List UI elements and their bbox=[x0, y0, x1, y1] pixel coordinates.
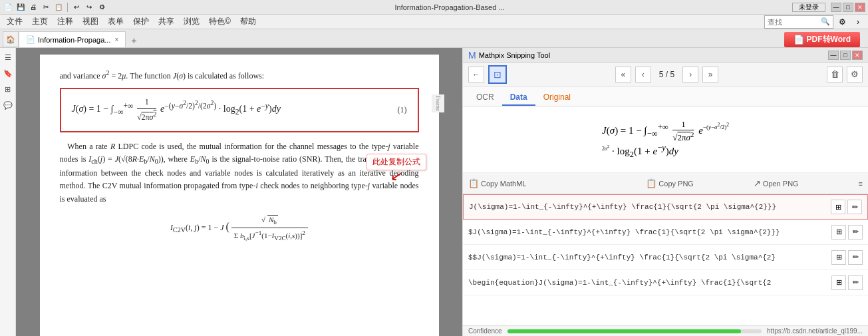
new-tab-button[interactable]: + bbox=[127, 34, 140, 47]
result-actions-bar: 📋 Copy MathML 此处复制公式 ↙ 📋 Copy PNG ↗ Open… bbox=[463, 173, 868, 194]
copy-mathml-button[interactable]: 📋 Copy MathML bbox=[468, 178, 526, 188]
result-text-1: J(\sigma)=1-\int_{-\infty}^{+\infty} \fr… bbox=[469, 203, 831, 211]
document-tab[interactable]: 📄 Information-Propaga... × bbox=[19, 31, 126, 47]
formula-content: J(σ) = 1 − ∫−∞+∞ 1 √2πσ2 e−(y−σ2/2)2/(2σ… bbox=[72, 96, 281, 124]
mathpix-maximize[interactable]: □ bbox=[840, 51, 851, 60]
copy-button-3[interactable]: ⊞ bbox=[831, 250, 846, 265]
sidebar-thumbnail-icon[interactable]: ⊞ bbox=[1, 83, 15, 96]
paste-icon[interactable]: 📋 bbox=[53, 2, 64, 13]
edit-button-3[interactable]: ✏ bbox=[848, 250, 863, 265]
tab-original[interactable]: Original bbox=[535, 90, 579, 106]
result-item-buttons: ⊞ ✏ bbox=[831, 200, 862, 214]
menu-expand-icon[interactable]: › bbox=[851, 15, 865, 29]
copy-button-1[interactable]: ⊞ bbox=[831, 200, 845, 214]
menu-protect[interactable]: 保护 bbox=[129, 15, 153, 29]
mathpix-title-label: Mathpix Snipping Tool bbox=[479, 51, 550, 59]
list-item[interactable]: $$J(\sigma)=1-\int_{-\infty}^{+\infty} \… bbox=[463, 245, 868, 270]
pdf-paragraph-1: and variance σ2 = 2μ. The function J(σ) … bbox=[60, 68, 419, 83]
mathpix-minimize[interactable]: — bbox=[828, 51, 839, 60]
result-item-buttons: ⊞ ✏ bbox=[831, 275, 863, 290]
search-icon[interactable]: 🔍 bbox=[821, 17, 830, 26]
rendered-formula: J(σ) = 1 − ∫−∞+∞ 1 √2πσ2 e−(y−σ2/2)22σ2 … bbox=[602, 119, 729, 160]
pdf-paragraph-2: When a rate R LDPC code is used, the mut… bbox=[60, 140, 419, 206]
title-bar-left: 📄 💾 🖨 ✂ 📋 ↩ ↪ ⚙ bbox=[3, 2, 107, 13]
mathpix-close[interactable]: ✕ bbox=[852, 51, 863, 60]
redo-icon[interactable]: ↪ bbox=[84, 2, 94, 13]
extra-icon[interactable]: ⚙ bbox=[96, 2, 107, 13]
page-indicator: 5 / 5 bbox=[655, 70, 678, 79]
menu-form[interactable]: 表单 bbox=[104, 15, 128, 29]
menu-view[interactable]: 视图 bbox=[78, 15, 102, 29]
open-png-icon: ↗ bbox=[754, 178, 761, 188]
annotation-arrow-icon: ↙ bbox=[390, 168, 404, 184]
nav-prev-prev-button[interactable]: « bbox=[615, 67, 631, 83]
scissors-icon[interactable]: ✂ bbox=[41, 2, 51, 13]
close-button[interactable]: ✕ bbox=[855, 3, 865, 12]
menu-browse[interactable]: 浏览 bbox=[180, 15, 204, 29]
edit-button-4[interactable]: ✏ bbox=[848, 275, 863, 290]
undo-icon[interactable]: ↩ bbox=[71, 2, 82, 13]
result-text-2: $J(\sigma)=1-\int_{-\infty}^{+\infty} \f… bbox=[468, 228, 831, 236]
search-box[interactable]: 🔍 bbox=[764, 15, 833, 29]
delete-button[interactable]: 🗑 bbox=[827, 67, 843, 83]
result-item-buttons: ⊞ ✏ bbox=[831, 225, 863, 240]
doc-tab-icon: 📄 bbox=[26, 35, 35, 44]
nav-next-button[interactable]: › bbox=[682, 67, 698, 83]
login-button[interactable]: 未登录 bbox=[792, 3, 825, 12]
maximize-button[interactable]: □ bbox=[843, 3, 853, 12]
nav-next-next-button[interactable]: » bbox=[702, 67, 718, 83]
pdf-icon: 📄 bbox=[794, 35, 804, 45]
copy-png-button[interactable]: 📋 Copy PNG bbox=[646, 178, 694, 188]
capture-icon: ⊡ bbox=[494, 69, 502, 80]
edit-button-1[interactable]: ✏ bbox=[847, 200, 862, 214]
nav-prev-button[interactable]: ‹ bbox=[635, 67, 651, 83]
page-total: 5 bbox=[670, 70, 675, 79]
result-text-3: $$J(\sigma)=1-\int_{-\infty}^{+\infty} \… bbox=[468, 253, 831, 261]
menu-home[interactable]: 主页 bbox=[28, 15, 52, 29]
copy-button-2[interactable]: ⊞ bbox=[831, 225, 846, 240]
list-item[interactable]: J(\sigma)=1-\int_{-\infty}^{+\infty} \fr… bbox=[463, 194, 868, 220]
edit-button-2[interactable]: ✏ bbox=[848, 225, 863, 240]
back-button[interactable]: ← bbox=[468, 67, 484, 83]
open-png-button[interactable]: ↗ Open PNG bbox=[754, 178, 799, 188]
menu-settings-icon[interactable]: ⚙ bbox=[835, 15, 849, 29]
doc-tab-label: Information-Propaga... bbox=[38, 36, 110, 44]
page-separator: / bbox=[666, 70, 670, 79]
print-icon[interactable]: 🖨 bbox=[28, 2, 39, 13]
copy-button-4[interactable]: ⊞ bbox=[831, 275, 846, 290]
menu-feature[interactable]: 特色© bbox=[205, 15, 235, 29]
equation-number: (1) bbox=[398, 104, 407, 116]
sidebar-bookmark-icon[interactable]: 🔖 bbox=[1, 67, 15, 80]
menu-annotate[interactable]: 注释 bbox=[53, 15, 77, 29]
menu-help[interactable]: 帮助 bbox=[236, 15, 260, 29]
sidebar-hand-icon[interactable]: ☰ bbox=[1, 51, 15, 64]
confidence-bar-inner bbox=[507, 329, 742, 333]
list-item[interactable]: \begin{equation}J(\sigma)=1-\int_{-\inft… bbox=[463, 270, 868, 295]
home-tab[interactable]: 🏠 bbox=[3, 31, 19, 47]
pdf-convert-button[interactable]: 📄 PDF转Word bbox=[784, 32, 860, 47]
save-icon[interactable]: 💾 bbox=[15, 2, 26, 13]
mathpix-tabs: OCR Data Original bbox=[463, 86, 868, 106]
menu-file[interactable]: 文件 bbox=[3, 15, 27, 29]
tab-data[interactable]: Data bbox=[502, 90, 535, 106]
text-and-variance: and variance σ2 = 2μ. The function J(σ) … bbox=[60, 71, 265, 81]
left-sidebar: ☰ 🔖 ⊞ 💬 bbox=[0, 48, 16, 336]
confidence-label: Confidence bbox=[468, 327, 502, 335]
mathpix-win-controls: — □ ✕ bbox=[828, 51, 863, 60]
list-item[interactable]: $J(\sigma)=1-\int_{-\infty}^{+\infty} \f… bbox=[463, 220, 868, 245]
result-text-4: \begin{equation}J(\sigma)=1-\int_{-\inft… bbox=[468, 279, 831, 287]
capture-button[interactable]: ⊡ bbox=[488, 65, 507, 84]
sidebar-comment-icon[interactable]: 💬 bbox=[1, 98, 15, 112]
copy-mathml-label: Copy MathML bbox=[481, 180, 526, 188]
more-options-button[interactable]: ≡ bbox=[859, 180, 863, 188]
search-input[interactable] bbox=[768, 18, 821, 26]
result-list: J(\sigma)=1-\int_{-\infty}^{+\infty} \fr… bbox=[463, 194, 868, 325]
file-icon[interactable]: 📄 bbox=[3, 2, 13, 13]
tab-ocr[interactable]: OCR bbox=[468, 90, 502, 106]
settings-button[interactable]: ⚙ bbox=[847, 67, 863, 83]
pdf-formula-2-partial: IC2V(i, j) = 1 − J ( √ Nb Σ bi,s[J−1(1−I… bbox=[60, 214, 419, 243]
confidence-bar: Confidence https://b.csdn.net/article_ql… bbox=[463, 325, 868, 336]
menu-share[interactable]: 共享 bbox=[154, 15, 178, 29]
tab-close-button[interactable]: × bbox=[114, 36, 118, 43]
minimize-button[interactable]: — bbox=[831, 3, 841, 12]
